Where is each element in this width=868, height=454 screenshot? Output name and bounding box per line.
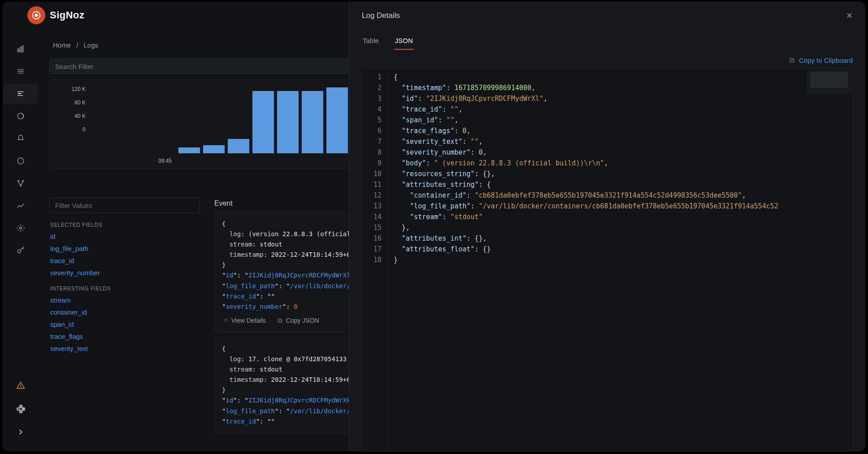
nav-service-map[interactable] xyxy=(3,173,38,194)
svg-point-27 xyxy=(21,387,21,388)
nav-metrics[interactable] xyxy=(3,39,38,59)
field-item[interactable]: id xyxy=(49,233,200,240)
nav-errors[interactable] xyxy=(3,151,38,171)
svg-point-23 xyxy=(17,250,21,253)
field-item[interactable]: stream xyxy=(49,296,200,304)
chart-bar[interactable] xyxy=(326,87,348,153)
svg-point-17 xyxy=(17,180,19,182)
field-item[interactable]: span_id xyxy=(49,320,200,328)
svg-rect-33 xyxy=(278,319,281,322)
close-icon[interactable]: ✕ xyxy=(846,11,853,21)
chart-bar[interactable] xyxy=(252,91,274,153)
nav-alerts[interactable] xyxy=(3,128,38,149)
filter-values-input[interactable] xyxy=(49,198,200,213)
minimap[interactable] xyxy=(807,71,851,93)
breadcrumb-home[interactable]: Home xyxy=(53,41,71,49)
slack-icon[interactable] xyxy=(3,398,38,419)
tab-json[interactable]: JSON xyxy=(394,32,414,50)
svg-point-12 xyxy=(17,158,23,164)
y-tick: 0 xyxy=(62,126,86,134)
warning-icon[interactable] xyxy=(3,375,38,396)
nav-dashboards[interactable] xyxy=(3,106,38,126)
breadcrumb-current: Logs xyxy=(84,41,99,49)
y-tick: 80 K xyxy=(62,99,86,107)
field-item[interactable]: container_id xyxy=(49,308,200,316)
expand-sidebar-icon[interactable] xyxy=(3,422,38,442)
field-item[interactable]: log_file_path xyxy=(49,245,200,252)
svg-line-21 xyxy=(21,182,23,185)
nav-usage[interactable] xyxy=(3,195,38,216)
x-tick: 09:45 xyxy=(158,158,172,164)
nav-logs[interactable] xyxy=(3,83,38,104)
svg-rect-4 xyxy=(22,46,23,52)
svg-point-1 xyxy=(35,13,38,17)
svg-rect-28 xyxy=(17,408,20,411)
nav-keys[interactable] xyxy=(3,240,38,261)
svg-rect-31 xyxy=(20,411,22,413)
copy-icon xyxy=(789,57,795,64)
y-tick: 40 K xyxy=(62,113,86,120)
copy-json-button[interactable]: Copy JSON xyxy=(277,316,319,326)
svg-rect-35 xyxy=(790,58,793,62)
selected-fields-label: SELECTED FIELDS xyxy=(50,222,200,228)
copy-to-clipboard-button[interactable]: Copy to Clipboard xyxy=(789,56,853,64)
svg-rect-32 xyxy=(279,320,282,323)
nav-menu[interactable] xyxy=(3,61,38,82)
svg-rect-3 xyxy=(20,48,21,52)
side-nav xyxy=(3,29,39,451)
chart-bar[interactable] xyxy=(302,91,323,153)
field-item[interactable]: severity_text xyxy=(49,345,200,352)
nav-settings[interactable] xyxy=(3,218,38,238)
svg-rect-29 xyxy=(20,405,22,408)
view-details-button[interactable]: View Details xyxy=(222,316,266,326)
svg-point-22 xyxy=(20,227,22,229)
y-tick: 120 K xyxy=(62,86,86,93)
field-item[interactable]: trace_id xyxy=(49,257,200,264)
drawer-title: Log Details xyxy=(362,11,400,20)
interesting-fields-label: INTERESTING FIELDS xyxy=(50,285,200,292)
tab-table[interactable]: Table xyxy=(362,32,380,50)
json-viewer[interactable]: 123456789101112131415161718 { "timestamp… xyxy=(362,69,853,451)
chart-bar[interactable] xyxy=(277,91,299,153)
field-item[interactable]: trace_flags xyxy=(49,333,200,340)
log-details-drawer: Log Details ✕ Table JSON Copy to Clipboa… xyxy=(349,2,865,451)
svg-line-20 xyxy=(18,182,20,185)
field-item[interactable]: severity_number xyxy=(49,269,200,277)
svg-rect-2 xyxy=(17,49,19,52)
brand-name: SigNoz xyxy=(50,9,85,21)
svg-line-25 xyxy=(22,248,23,249)
svg-rect-30 xyxy=(22,408,25,411)
svg-rect-34 xyxy=(791,59,794,63)
svg-point-18 xyxy=(22,180,23,182)
svg-point-19 xyxy=(20,185,21,186)
chart-bar[interactable] xyxy=(203,145,225,153)
chart-bar[interactable] xyxy=(178,147,200,153)
chart-bar[interactable] xyxy=(228,139,249,153)
brand-logo xyxy=(27,6,45,24)
